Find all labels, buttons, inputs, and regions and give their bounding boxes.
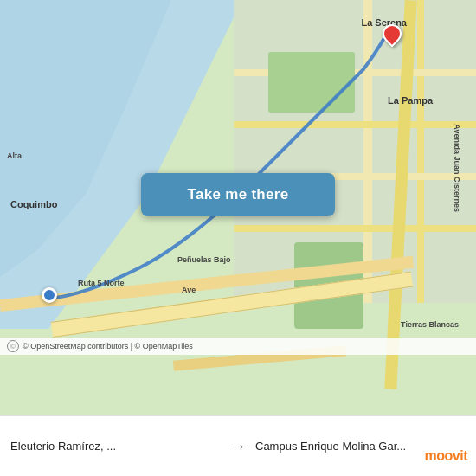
moovit-text: moovit [425, 448, 467, 464]
from-location: Eleuterio Ramírez, ... [10, 440, 221, 453]
from-location-text: Eleuterio Ramírez, ... [10, 440, 221, 453]
map-container: Coquimbo La Serena La Pampa Ruta 5 Norte… [0, 0, 476, 415]
green-area-2 [268, 52, 355, 113]
take-me-there-label: Take me there [188, 186, 289, 203]
copyright-icon: © [7, 340, 19, 352]
copyright-text: © OpenStreetMap contributors | © OpenMap… [23, 342, 193, 351]
take-me-there-button[interactable]: Take me there [141, 173, 335, 216]
road-vertical-1 [363, 0, 372, 303]
bottom-bar: Eleuterio Ramírez, ... → Campus Enrique … [0, 415, 476, 476]
arrow-icon: → [229, 436, 247, 456]
road-h-4 [234, 225, 476, 232]
moovit-logo: moovit [425, 448, 467, 464]
origin-marker [42, 287, 57, 303]
road-h-2 [234, 121, 476, 128]
road-vertical-2 [417, 0, 424, 303]
copyright-bar: © © OpenStreetMap contributors | © OpenM… [0, 338, 476, 355]
